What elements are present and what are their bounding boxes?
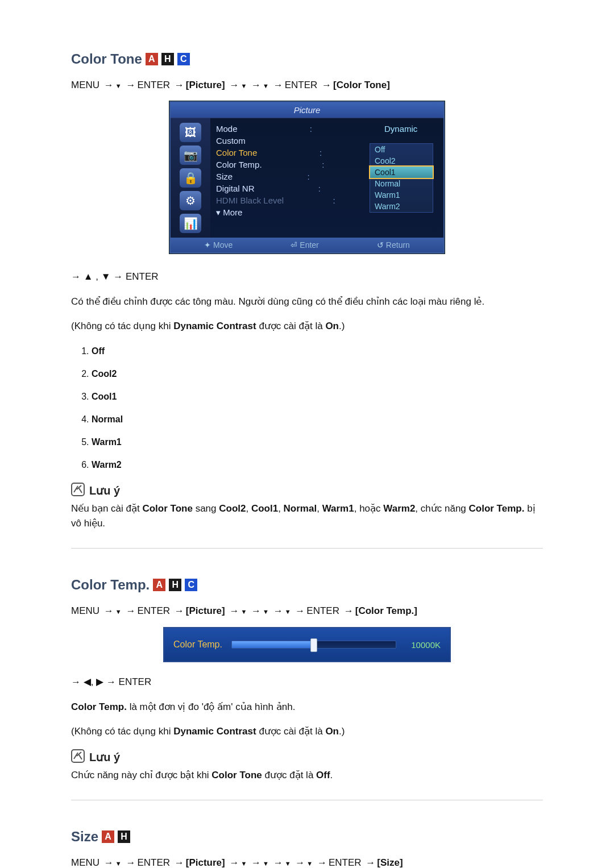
osd-picture-icon: 🖼: [180, 123, 201, 142]
list-item: Warm1: [92, 437, 543, 447]
title-text: Color Temp.: [71, 577, 150, 593]
nav-path-size: MENU → →ENTER →[Picture] → → → → →ENTER …: [71, 857, 543, 868]
badge-a-icon: A: [146, 53, 158, 65]
post-nav-color-tone: → ▲ , ▼ → ENTER: [71, 269, 543, 284]
osd-option: Off: [370, 144, 433, 155]
list-item: Cool2: [92, 369, 543, 379]
title-text: Size: [71, 829, 98, 845]
osd-row-mode: Mode: Dynamic: [216, 123, 435, 135]
badge-c-icon: C: [185, 579, 197, 591]
osd-sound-icon: 📷: [180, 146, 201, 165]
nav-path-color-tone: MENU → →ENTER →[Picture] → → →ENTER →[Co…: [71, 80, 543, 91]
note-body-2: Chức năng này chỉ được bật khi Color Ton…: [71, 768, 543, 783]
osd-footer-enter: ⏎ Enter: [291, 240, 318, 250]
badge-h-icon: H: [161, 53, 174, 65]
note-body-1: Nếu bạn cài đặt Color Tone sang Cool2, C…: [71, 501, 543, 531]
osd-footer: ✦ Move ⏎ Enter ↺ Return: [171, 238, 443, 252]
osd-color-temp-slider: Color Temp. 10000K: [163, 627, 451, 662]
slider-label: Color Temp.: [173, 639, 222, 650]
desc-color-temp: Color Temp. là một đơn vị đo 'độ ấm' của…: [71, 700, 543, 715]
svg-rect-1: [72, 750, 84, 762]
section-title-size: Size A H: [71, 829, 543, 845]
osd-multi-icon: 📊: [180, 214, 201, 233]
slider-track: [231, 641, 396, 649]
osd-option-selected: Cool1: [370, 167, 433, 178]
note-heading-2: Lưu ý: [71, 749, 543, 766]
note-icon: [71, 749, 85, 766]
osd-color-tone-dropdown: Off Cool2 Cool1 Normal Warm1 Warm2: [370, 143, 433, 213]
list-item: Cool1: [92, 392, 543, 402]
osd-title: Picture: [171, 102, 443, 118]
slider-thumb-icon: [310, 638, 317, 652]
dynamic-contrast-note-1: (Không có tác dụng khi Dynamic Contrast …: [71, 319, 543, 334]
title-text: Color Tone: [71, 51, 142, 67]
osd-option: Warm2: [370, 201, 433, 212]
list-item: Warm2: [92, 460, 543, 470]
osd-picture-menu: Picture 🖼 📷 🔒 ⚙ 📊 Mode: Dynamic Custom C…: [169, 101, 445, 254]
note-icon: [71, 483, 85, 499]
badge-a-icon: A: [102, 830, 114, 843]
color-tone-options-list: Off Cool2 Cool1 Normal Warm1 Warm2: [92, 346, 543, 470]
divider: [71, 548, 543, 549]
badge-h-icon: H: [169, 579, 181, 591]
osd-settings-icon: 🔒: [180, 168, 201, 188]
osd-option: Cool2: [370, 155, 433, 167]
osd-option: Normal: [370, 178, 433, 189]
badge-h-icon: H: [118, 830, 130, 843]
osd-sidebar: 🖼 📷 🔒 ⚙ 📊: [171, 118, 210, 238]
osd-option: Warm1: [370, 189, 433, 201]
badge-a-icon: A: [153, 579, 165, 591]
divider: [71, 800, 543, 800]
osd-footer-return: ↺ Return: [377, 240, 410, 250]
list-item: Normal: [92, 414, 543, 425]
desc-color-tone: Có thể điều chỉnh được các tông màu. Ngư…: [71, 294, 543, 309]
section-title-color-tone: Color Tone A H C: [71, 51, 543, 67]
section-title-color-temp: Color Temp. A H C: [71, 577, 543, 593]
nav-path-color-temp: MENU → →ENTER →[Picture] → → → →ENTER →[…: [71, 605, 543, 617]
svg-rect-0: [72, 483, 84, 496]
badge-c-icon: C: [177, 53, 190, 65]
slider-value: 10000K: [405, 640, 441, 650]
osd-setup-icon: ⚙: [180, 191, 201, 210]
list-item: Off: [92, 346, 543, 356]
osd-footer-move: ✦ Move: [204, 240, 233, 250]
note-heading-1: Lưu ý: [71, 483, 543, 499]
post-nav-color-temp: → ◀, ▶ → ENTER: [71, 675, 543, 690]
dynamic-contrast-note-2: (Không có tác dụng khi Dynamic Contrast …: [71, 724, 543, 739]
